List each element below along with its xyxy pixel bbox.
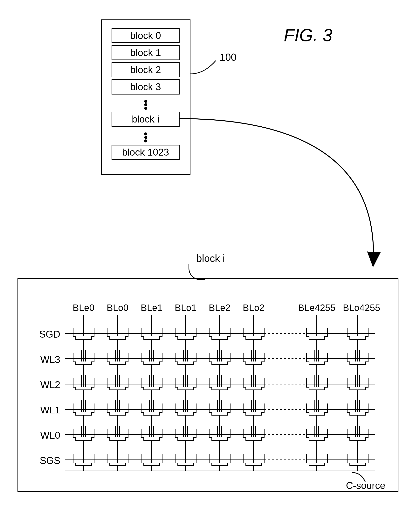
block-item: block 1023	[112, 145, 180, 160]
leader-curve	[188, 264, 205, 280]
ref-number: 100	[220, 51, 237, 63]
figure-label: FIG. 3	[284, 25, 332, 45]
detail-title: block i	[196, 252, 225, 264]
page: FIG. 3 block 0 block 1 block 2 block 3 ●…	[0, 0, 420, 512]
block-item: block 2	[112, 62, 180, 77]
block-item: block 0	[112, 28, 180, 43]
callout-arrow-icon	[175, 103, 381, 272]
nand-string-schematic	[35, 294, 387, 484]
block-item: block 3	[112, 79, 180, 94]
block-item-i: block i	[112, 112, 180, 127]
block-item: block 1	[112, 45, 180, 60]
